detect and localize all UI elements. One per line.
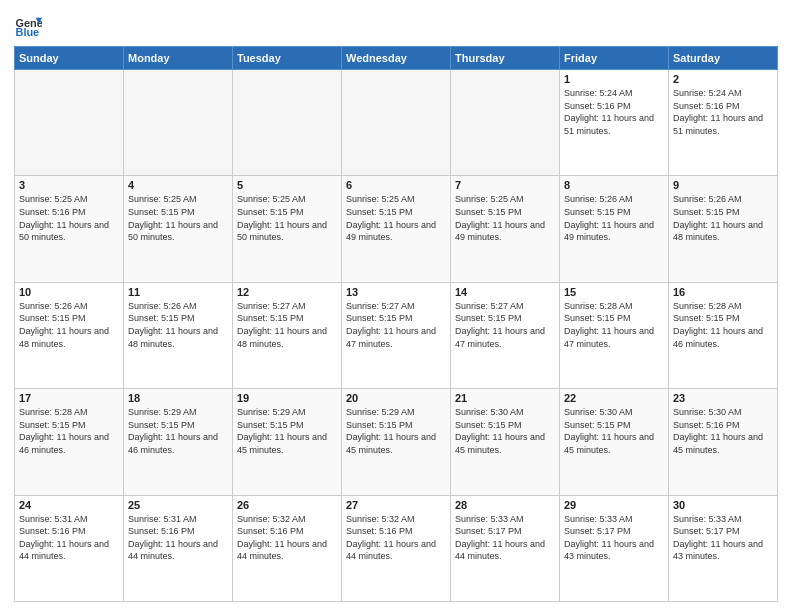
calendar-table: SundayMondayTuesdayWednesdayThursdayFrid… xyxy=(14,46,778,602)
day-info: Sunrise: 5:25 AMSunset: 5:15 PMDaylight:… xyxy=(346,193,446,243)
day-info: Sunrise: 5:29 AMSunset: 5:15 PMDaylight:… xyxy=(128,406,228,456)
header: General Blue xyxy=(14,10,778,38)
calendar-cell: 17Sunrise: 5:28 AMSunset: 5:15 PMDayligh… xyxy=(15,389,124,495)
day-info: Sunrise: 5:32 AMSunset: 5:16 PMDaylight:… xyxy=(237,513,337,563)
day-info: Sunrise: 5:33 AMSunset: 5:17 PMDaylight:… xyxy=(455,513,555,563)
day-number: 22 xyxy=(564,392,664,404)
day-number: 3 xyxy=(19,179,119,191)
day-number: 17 xyxy=(19,392,119,404)
day-number: 18 xyxy=(128,392,228,404)
calendar-cell: 26Sunrise: 5:32 AMSunset: 5:16 PMDayligh… xyxy=(233,495,342,601)
calendar-cell xyxy=(233,70,342,176)
day-info: Sunrise: 5:26 AMSunset: 5:15 PMDaylight:… xyxy=(19,300,119,350)
day-number: 19 xyxy=(237,392,337,404)
day-number: 7 xyxy=(455,179,555,191)
calendar-cell: 16Sunrise: 5:28 AMSunset: 5:15 PMDayligh… xyxy=(669,282,778,388)
day-info: Sunrise: 5:24 AMSunset: 5:16 PMDaylight:… xyxy=(564,87,664,137)
calendar-cell: 9Sunrise: 5:26 AMSunset: 5:15 PMDaylight… xyxy=(669,176,778,282)
calendar-cell: 15Sunrise: 5:28 AMSunset: 5:15 PMDayligh… xyxy=(560,282,669,388)
calendar-cell: 24Sunrise: 5:31 AMSunset: 5:16 PMDayligh… xyxy=(15,495,124,601)
calendar-cell: 19Sunrise: 5:29 AMSunset: 5:15 PMDayligh… xyxy=(233,389,342,495)
calendar-cell xyxy=(15,70,124,176)
calendar-cell: 14Sunrise: 5:27 AMSunset: 5:15 PMDayligh… xyxy=(451,282,560,388)
calendar-week-row: 24Sunrise: 5:31 AMSunset: 5:16 PMDayligh… xyxy=(15,495,778,601)
calendar-cell: 28Sunrise: 5:33 AMSunset: 5:17 PMDayligh… xyxy=(451,495,560,601)
day-number: 21 xyxy=(455,392,555,404)
day-info: Sunrise: 5:28 AMSunset: 5:15 PMDaylight:… xyxy=(564,300,664,350)
weekday-header-tuesday: Tuesday xyxy=(233,47,342,70)
day-number: 25 xyxy=(128,499,228,511)
day-number: 30 xyxy=(673,499,773,511)
weekday-header-monday: Monday xyxy=(124,47,233,70)
day-number: 20 xyxy=(346,392,446,404)
day-number: 24 xyxy=(19,499,119,511)
day-number: 6 xyxy=(346,179,446,191)
day-number: 27 xyxy=(346,499,446,511)
calendar-cell: 8Sunrise: 5:26 AMSunset: 5:15 PMDaylight… xyxy=(560,176,669,282)
calendar-cell: 30Sunrise: 5:33 AMSunset: 5:17 PMDayligh… xyxy=(669,495,778,601)
day-number: 15 xyxy=(564,286,664,298)
day-number: 10 xyxy=(19,286,119,298)
day-info: Sunrise: 5:30 AMSunset: 5:16 PMDaylight:… xyxy=(673,406,773,456)
calendar-cell: 13Sunrise: 5:27 AMSunset: 5:15 PMDayligh… xyxy=(342,282,451,388)
calendar-cell: 22Sunrise: 5:30 AMSunset: 5:15 PMDayligh… xyxy=(560,389,669,495)
calendar-cell: 6Sunrise: 5:25 AMSunset: 5:15 PMDaylight… xyxy=(342,176,451,282)
day-info: Sunrise: 5:25 AMSunset: 5:15 PMDaylight:… xyxy=(455,193,555,243)
day-info: Sunrise: 5:26 AMSunset: 5:15 PMDaylight:… xyxy=(128,300,228,350)
calendar-cell: 12Sunrise: 5:27 AMSunset: 5:15 PMDayligh… xyxy=(233,282,342,388)
day-info: Sunrise: 5:30 AMSunset: 5:15 PMDaylight:… xyxy=(455,406,555,456)
day-number: 8 xyxy=(564,179,664,191)
calendar-header-row: SundayMondayTuesdayWednesdayThursdayFrid… xyxy=(15,47,778,70)
calendar-cell xyxy=(124,70,233,176)
calendar-week-row: 10Sunrise: 5:26 AMSunset: 5:15 PMDayligh… xyxy=(15,282,778,388)
svg-text:Blue: Blue xyxy=(16,26,40,38)
calendar-week-row: 17Sunrise: 5:28 AMSunset: 5:15 PMDayligh… xyxy=(15,389,778,495)
day-number: 13 xyxy=(346,286,446,298)
day-number: 9 xyxy=(673,179,773,191)
day-info: Sunrise: 5:25 AMSunset: 5:16 PMDaylight:… xyxy=(19,193,119,243)
day-number: 26 xyxy=(237,499,337,511)
weekday-header-thursday: Thursday xyxy=(451,47,560,70)
calendar-week-row: 1Sunrise: 5:24 AMSunset: 5:16 PMDaylight… xyxy=(15,70,778,176)
day-number: 23 xyxy=(673,392,773,404)
calendar-cell: 20Sunrise: 5:29 AMSunset: 5:15 PMDayligh… xyxy=(342,389,451,495)
logo: General Blue xyxy=(14,10,46,38)
day-info: Sunrise: 5:24 AMSunset: 5:16 PMDaylight:… xyxy=(673,87,773,137)
calendar-cell: 5Sunrise: 5:25 AMSunset: 5:15 PMDaylight… xyxy=(233,176,342,282)
calendar-cell: 11Sunrise: 5:26 AMSunset: 5:15 PMDayligh… xyxy=(124,282,233,388)
calendar-cell: 25Sunrise: 5:31 AMSunset: 5:16 PMDayligh… xyxy=(124,495,233,601)
day-number: 11 xyxy=(128,286,228,298)
day-info: Sunrise: 5:26 AMSunset: 5:15 PMDaylight:… xyxy=(564,193,664,243)
calendar-week-row: 3Sunrise: 5:25 AMSunset: 5:16 PMDaylight… xyxy=(15,176,778,282)
day-info: Sunrise: 5:25 AMSunset: 5:15 PMDaylight:… xyxy=(128,193,228,243)
day-info: Sunrise: 5:31 AMSunset: 5:16 PMDaylight:… xyxy=(19,513,119,563)
calendar-cell: 2Sunrise: 5:24 AMSunset: 5:16 PMDaylight… xyxy=(669,70,778,176)
calendar-cell: 3Sunrise: 5:25 AMSunset: 5:16 PMDaylight… xyxy=(15,176,124,282)
day-number: 29 xyxy=(564,499,664,511)
calendar-cell: 27Sunrise: 5:32 AMSunset: 5:16 PMDayligh… xyxy=(342,495,451,601)
day-number: 1 xyxy=(564,73,664,85)
calendar-cell: 29Sunrise: 5:33 AMSunset: 5:17 PMDayligh… xyxy=(560,495,669,601)
day-info: Sunrise: 5:33 AMSunset: 5:17 PMDaylight:… xyxy=(673,513,773,563)
day-number: 5 xyxy=(237,179,337,191)
day-info: Sunrise: 5:28 AMSunset: 5:15 PMDaylight:… xyxy=(19,406,119,456)
calendar-cell xyxy=(451,70,560,176)
calendar-cell: 18Sunrise: 5:29 AMSunset: 5:15 PMDayligh… xyxy=(124,389,233,495)
day-info: Sunrise: 5:28 AMSunset: 5:15 PMDaylight:… xyxy=(673,300,773,350)
calendar-cell: 23Sunrise: 5:30 AMSunset: 5:16 PMDayligh… xyxy=(669,389,778,495)
day-number: 12 xyxy=(237,286,337,298)
day-number: 28 xyxy=(455,499,555,511)
day-info: Sunrise: 5:30 AMSunset: 5:15 PMDaylight:… xyxy=(564,406,664,456)
calendar-cell: 4Sunrise: 5:25 AMSunset: 5:15 PMDaylight… xyxy=(124,176,233,282)
day-info: Sunrise: 5:25 AMSunset: 5:15 PMDaylight:… xyxy=(237,193,337,243)
day-number: 4 xyxy=(128,179,228,191)
weekday-header-wednesday: Wednesday xyxy=(342,47,451,70)
day-info: Sunrise: 5:27 AMSunset: 5:15 PMDaylight:… xyxy=(346,300,446,350)
day-number: 14 xyxy=(455,286,555,298)
day-info: Sunrise: 5:26 AMSunset: 5:15 PMDaylight:… xyxy=(673,193,773,243)
calendar-cell: 1Sunrise: 5:24 AMSunset: 5:16 PMDaylight… xyxy=(560,70,669,176)
day-info: Sunrise: 5:31 AMSunset: 5:16 PMDaylight:… xyxy=(128,513,228,563)
calendar-cell xyxy=(342,70,451,176)
logo-icon: General Blue xyxy=(14,10,42,38)
day-info: Sunrise: 5:27 AMSunset: 5:15 PMDaylight:… xyxy=(237,300,337,350)
